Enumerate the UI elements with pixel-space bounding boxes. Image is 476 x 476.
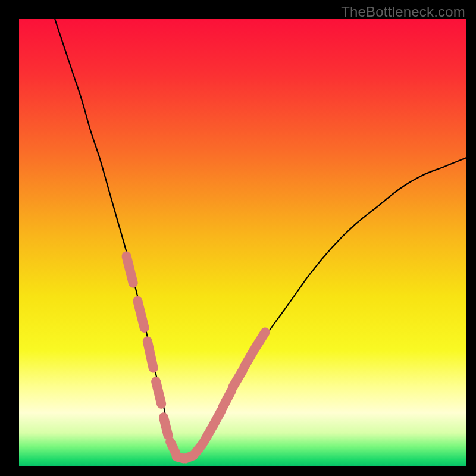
marker-segment [164,417,168,435]
marker-segment [204,428,212,442]
marker-segment [148,341,154,368]
bottleneck-chart [19,19,466,466]
gradient-background [19,19,466,466]
marker-segment [137,301,144,328]
watermark-text: TheBottleneck.com [341,4,465,20]
marker-segment [170,442,176,453]
marker-segment [126,256,133,283]
plot-area [19,19,466,466]
marker-segment [156,381,161,404]
